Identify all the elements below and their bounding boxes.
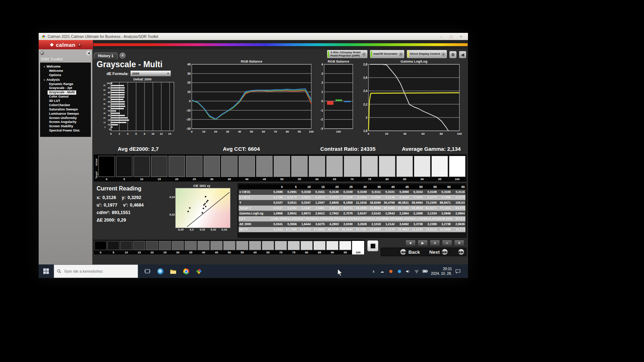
row-label: CCT bbox=[239, 216, 269, 222]
chevron-down-icon[interactable]: ▼ bbox=[441, 52, 446, 56]
next-button[interactable]: Next ▶▶ bbox=[429, 249, 448, 255]
pattern-swatch-80[interactable]: 80 bbox=[301, 241, 313, 254]
pattern-swatch-0[interactable]: 0 bbox=[94, 241, 107, 254]
pattern-swatch-55[interactable]: 55 bbox=[236, 241, 248, 254]
svg-text:10: 10 bbox=[187, 90, 191, 94]
task-view-icon[interactable] bbox=[144, 268, 151, 275]
sidebar-item-luminance-sweeps[interactable]: Luminance Sweeps bbox=[42, 112, 90, 116]
svg-text:Gamma Log/Log: Gamma Log/Log bbox=[401, 59, 428, 63]
sidebar-item-color-gamut[interactable]: Color Gamut bbox=[42, 95, 90, 99]
pattern-swatch-50[interactable]: 50 bbox=[223, 241, 235, 254]
start-button[interactable] bbox=[39, 264, 54, 278]
action-center-icon[interactable] bbox=[455, 269, 460, 274]
svg-text:80: 80 bbox=[286, 130, 289, 133]
pattern-swatch-60[interactable]: 60 bbox=[249, 241, 261, 254]
cie-plot-overlay bbox=[176, 188, 230, 228]
speaker-icon[interactable] bbox=[405, 269, 411, 274]
svg-text:-3: -3 bbox=[320, 127, 323, 130]
de-formula-select[interactable]: 2000 ▼ bbox=[130, 70, 171, 76]
settings-gear-button[interactable]: ⚙ bbox=[449, 51, 457, 59]
sidebar-item-screen-angularity[interactable]: Screen Angularity bbox=[42, 120, 90, 124]
tray-app-red-icon[interactable] bbox=[388, 269, 394, 274]
row-label: dEITP bbox=[239, 227, 269, 232]
transport-button-close[interactable]: ✕ bbox=[454, 240, 464, 246]
sidebar-item-welcome[interactable]: Welcome bbox=[42, 69, 90, 73]
row-label: x CIE31 bbox=[239, 189, 269, 195]
pattern-swatch-30[interactable]: 30 bbox=[172, 241, 184, 254]
calman-logo-button[interactable]: ❖ calman ▼ bbox=[39, 40, 93, 49]
sidebar-item-colorchecker[interactable]: ColorChecker bbox=[42, 103, 90, 108]
stop-pattern-button[interactable] bbox=[367, 240, 378, 251]
sidebar-item-grayscale-multi[interactable]: Grayscale - Multi bbox=[48, 90, 76, 95]
chevron-down-icon[interactable]: ▼ bbox=[399, 52, 403, 56]
pattern-swatch-95[interactable]: 95 bbox=[339, 241, 351, 254]
calman-taskbar-icon[interactable] bbox=[195, 268, 203, 275]
tray-app-blue-icon[interactable] bbox=[397, 269, 402, 274]
pattern-swatch-10[interactable]: 10 bbox=[120, 241, 132, 254]
battery-icon[interactable] bbox=[423, 269, 428, 274]
advance-button[interactable]: ▶▶ bbox=[458, 249, 464, 255]
pattern-swatch-15[interactable]: 15 bbox=[133, 241, 145, 254]
sidebar-item-screen-uniformity[interactable]: Screen Uniformity bbox=[42, 116, 90, 120]
network-icon[interactable] bbox=[414, 269, 419, 274]
device-button-madvr-generator[interactable]: madVR Generator▼ bbox=[370, 50, 405, 59]
add-tab-button[interactable]: + bbox=[119, 53, 126, 59]
tab-history-1[interactable]: History 1 bbox=[94, 53, 118, 59]
svg-text:100: 100 bbox=[457, 132, 462, 135]
chrome-browser-icon[interactable] bbox=[182, 268, 190, 275]
minimize-icon[interactable]: – bbox=[437, 35, 445, 39]
taskbar-clock[interactable]: 20:31 2024. 10. 28. bbox=[431, 267, 452, 276]
pattern-swatch-85[interactable]: 85 bbox=[313, 241, 326, 254]
table-cell: 40,3335 bbox=[326, 227, 340, 232]
transport-button-pattern-a[interactable]: A bbox=[430, 240, 440, 246]
pattern-swatch-20[interactable]: 20 bbox=[146, 241, 158, 254]
cie-chart-title: CIE 1931 xy bbox=[168, 184, 235, 188]
sidebar-item-grayscale-2pt[interactable]: Grayscale - 2pt bbox=[42, 86, 90, 90]
device-button-x-rite-i1display-retail[interactable]: X-Rite i1Display RetailFront Projector (… bbox=[327, 50, 367, 59]
search-input[interactable] bbox=[64, 269, 126, 274]
pattern-swatch-35[interactable]: 35 bbox=[185, 241, 197, 254]
sidebar-item-dynamic-range[interactable]: Dynamic Range bbox=[42, 82, 90, 86]
calman-logo-text: calman bbox=[56, 42, 75, 48]
transport-button-play[interactable]: ▶ bbox=[418, 240, 428, 246]
sidebar-section-analysis[interactable]: ▲Analysis bbox=[42, 78, 90, 82]
pattern-swatch-70[interactable]: 70 bbox=[275, 241, 287, 254]
gray-swatch-10: 10 bbox=[133, 156, 150, 181]
close-icon[interactable]: ✕ bbox=[457, 35, 465, 39]
transport-button-stop[interactable]: ■ bbox=[405, 240, 416, 246]
chevron-down-icon[interactable]: ▼ bbox=[77, 43, 82, 47]
pattern-swatch-75[interactable]: 75 bbox=[288, 241, 300, 254]
taskbar-search[interactable] bbox=[54, 264, 138, 278]
pattern-swatch-40[interactable]: 40 bbox=[197, 241, 210, 254]
sidebar-item-saturation-sweeps[interactable]: Saturation Sweeps bbox=[42, 108, 90, 112]
file-explorer-icon[interactable] bbox=[170, 268, 177, 275]
onedrive-cloud-icon[interactable]: ☁ bbox=[380, 269, 385, 274]
sidebar-item-spectral-power-dist[interactable]: Spectral Power Dist. bbox=[42, 129, 90, 133]
back-button[interactable]: ◀◀ Back bbox=[400, 249, 420, 255]
maximize-icon[interactable]: ▢ bbox=[447, 35, 455, 39]
pattern-swatch-45[interactable]: 45 bbox=[210, 241, 223, 254]
transport-button-loop[interactable]: ∞ bbox=[442, 240, 452, 246]
svg-text:45: 45 bbox=[103, 108, 106, 110]
sidebar-item-options[interactable]: Options bbox=[42, 73, 90, 78]
tray-expand-icon[interactable]: ∧ bbox=[371, 269, 376, 274]
svg-text:DeltaE 2000: DeltaE 2000 bbox=[133, 78, 152, 81]
chevron-down-icon[interactable]: ▼ bbox=[362, 52, 366, 56]
sidebar-item-3d-lut[interactable]: 3D LUT bbox=[42, 99, 90, 103]
pattern-swatch-90[interactable]: 90 bbox=[326, 241, 338, 254]
sidebar-section-welcome[interactable]: ▲Welcome bbox=[42, 65, 90, 69]
pattern-swatch-25[interactable]: 25 bbox=[159, 241, 171, 254]
sidebar-item-screen-stability[interactable]: Screen Stability bbox=[42, 124, 90, 129]
chevron-left-icon: ◀◀ bbox=[400, 249, 406, 255]
sidebar-collapse-icon[interactable]: ◀ bbox=[86, 51, 91, 55]
pattern-swatch-65[interactable]: 65 bbox=[262, 241, 274, 254]
panel-collapse-button[interactable]: ◀ bbox=[459, 51, 467, 59]
edge-browser-icon[interactable]: e bbox=[157, 268, 164, 275]
table-cell: 0,3270 bbox=[283, 195, 297, 200]
pattern-swatch-5[interactable]: 5 bbox=[107, 241, 119, 254]
device-button-direct-display-control[interactable]: Direct Display Control▼ bbox=[406, 50, 447, 59]
table-row-e-2000: ΔE 20000,03410,35561,64443,62754,28033,9… bbox=[239, 222, 465, 227]
svg-text:-2: -2 bbox=[320, 118, 323, 121]
pattern-swatch-100[interactable]: 100 bbox=[352, 241, 364, 254]
session-indicator-icon[interactable] bbox=[40, 51, 44, 55]
